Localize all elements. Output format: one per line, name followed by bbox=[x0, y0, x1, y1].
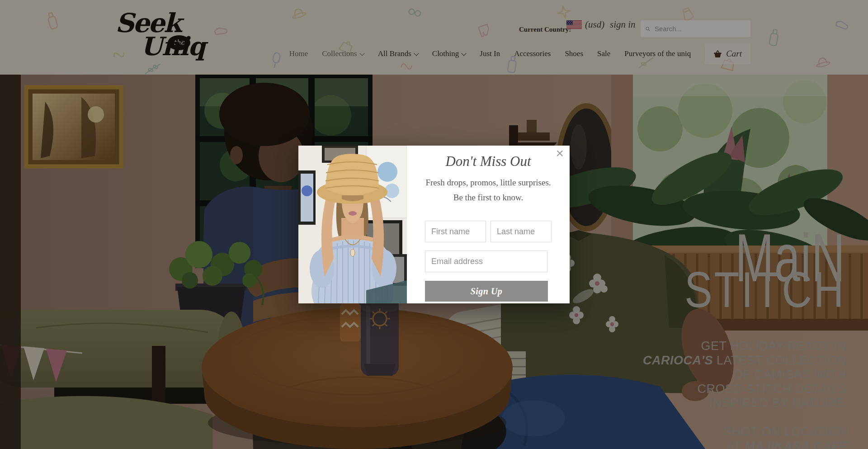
modal-title: Don't Miss Out bbox=[407, 153, 570, 170]
last-name-input[interactable] bbox=[491, 221, 552, 242]
first-name-input[interactable] bbox=[425, 221, 486, 242]
newsletter-form-pane: × Don't Miss Out Fresh drops, promos, li… bbox=[407, 146, 570, 303]
modal-subtitle-line2: Be the first to know. bbox=[407, 193, 570, 203]
page: Seek the Uniq Current Country: (usd) sig… bbox=[0, 0, 868, 449]
sign-up-button[interactable]: Sign Up bbox=[425, 281, 548, 302]
modal-photo-woman-straw-hat bbox=[298, 146, 407, 303]
email-input[interactable] bbox=[425, 250, 547, 272]
newsletter-modal: × Don't Miss Out Fresh drops, promos, li… bbox=[298, 146, 570, 303]
name-fields-row bbox=[425, 221, 552, 242]
modal-subtitle-line1: Fresh drops, promos, little surprises. bbox=[407, 178, 570, 188]
